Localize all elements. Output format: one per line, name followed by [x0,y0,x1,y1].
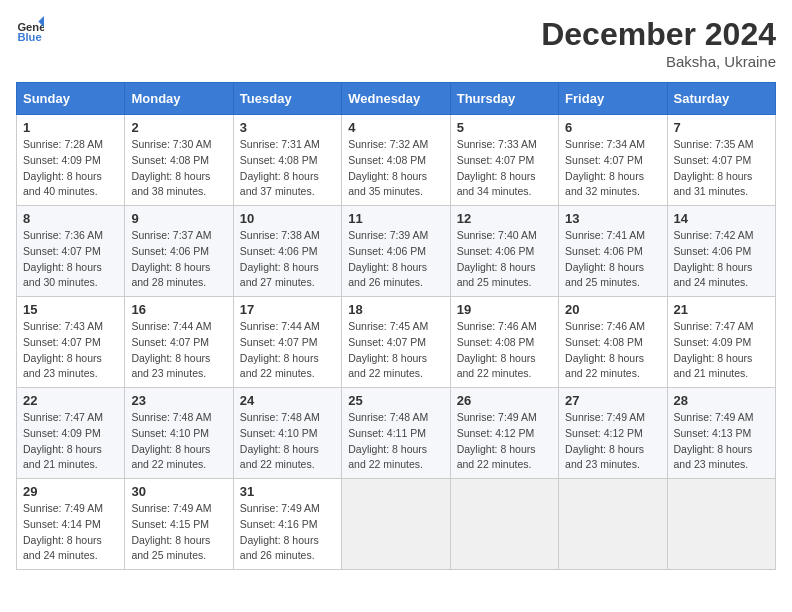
day-number: 29 [23,484,118,499]
title-area: December 2024 Baksha, Ukraine [541,16,776,70]
day-number: 20 [565,302,660,317]
cell-info: Sunrise: 7:49 AMSunset: 4:12 PMDaylight:… [457,411,537,470]
day-cell-24: 24Sunrise: 7:48 AMSunset: 4:10 PMDayligh… [233,388,341,479]
day-cell-9: 9Sunrise: 7:37 AMSunset: 4:06 PMDaylight… [125,206,233,297]
cell-info: Sunrise: 7:48 AMSunset: 4:10 PMDaylight:… [131,411,211,470]
day-number: 1 [23,120,118,135]
cell-info: Sunrise: 7:43 AMSunset: 4:07 PMDaylight:… [23,320,103,379]
day-number: 7 [674,120,769,135]
day-cell-31: 31Sunrise: 7:49 AMSunset: 4:16 PMDayligh… [233,479,341,570]
header-row: Sunday Monday Tuesday Wednesday Thursday… [17,83,776,115]
calendar-table: Sunday Monday Tuesday Wednesday Thursday… [16,82,776,570]
cell-info: Sunrise: 7:38 AMSunset: 4:06 PMDaylight:… [240,229,320,288]
day-number: 17 [240,302,335,317]
day-number: 27 [565,393,660,408]
day-cell-30: 30Sunrise: 7:49 AMSunset: 4:15 PMDayligh… [125,479,233,570]
cell-info: Sunrise: 7:37 AMSunset: 4:06 PMDaylight:… [131,229,211,288]
col-monday: Monday [125,83,233,115]
cell-info: Sunrise: 7:28 AMSunset: 4:09 PMDaylight:… [23,138,103,197]
col-tuesday: Tuesday [233,83,341,115]
day-number: 25 [348,393,443,408]
cell-info: Sunrise: 7:41 AMSunset: 4:06 PMDaylight:… [565,229,645,288]
day-number: 15 [23,302,118,317]
logo-icon: General Blue [16,16,44,44]
day-cell-2: 2Sunrise: 7:30 AMSunset: 4:08 PMDaylight… [125,115,233,206]
col-wednesday: Wednesday [342,83,450,115]
day-cell-27: 27Sunrise: 7:49 AMSunset: 4:12 PMDayligh… [559,388,667,479]
day-number: 3 [240,120,335,135]
day-cell-8: 8Sunrise: 7:36 AMSunset: 4:07 PMDaylight… [17,206,125,297]
day-cell-14: 14Sunrise: 7:42 AMSunset: 4:06 PMDayligh… [667,206,775,297]
col-saturday: Saturday [667,83,775,115]
day-number: 10 [240,211,335,226]
day-cell-15: 15Sunrise: 7:43 AMSunset: 4:07 PMDayligh… [17,297,125,388]
empty-cell [342,479,450,570]
day-number: 14 [674,211,769,226]
day-number: 31 [240,484,335,499]
day-cell-11: 11Sunrise: 7:39 AMSunset: 4:06 PMDayligh… [342,206,450,297]
day-number: 28 [674,393,769,408]
day-number: 26 [457,393,552,408]
cell-info: Sunrise: 7:44 AMSunset: 4:07 PMDaylight:… [131,320,211,379]
day-cell-4: 4Sunrise: 7:32 AMSunset: 4:08 PMDaylight… [342,115,450,206]
day-number: 2 [131,120,226,135]
day-number: 23 [131,393,226,408]
day-number: 11 [348,211,443,226]
logo: General Blue [16,16,44,44]
day-number: 9 [131,211,226,226]
cell-info: Sunrise: 7:36 AMSunset: 4:07 PMDaylight:… [23,229,103,288]
day-cell-18: 18Sunrise: 7:45 AMSunset: 4:07 PMDayligh… [342,297,450,388]
day-number: 8 [23,211,118,226]
cell-info: Sunrise: 7:48 AMSunset: 4:10 PMDaylight:… [240,411,320,470]
cell-info: Sunrise: 7:49 AMSunset: 4:15 PMDaylight:… [131,502,211,561]
day-cell-19: 19Sunrise: 7:46 AMSunset: 4:08 PMDayligh… [450,297,558,388]
day-cell-16: 16Sunrise: 7:44 AMSunset: 4:07 PMDayligh… [125,297,233,388]
cell-info: Sunrise: 7:47 AMSunset: 4:09 PMDaylight:… [674,320,754,379]
calendar-week-2: 8Sunrise: 7:36 AMSunset: 4:07 PMDaylight… [17,206,776,297]
day-number: 4 [348,120,443,135]
day-cell-17: 17Sunrise: 7:44 AMSunset: 4:07 PMDayligh… [233,297,341,388]
day-cell-23: 23Sunrise: 7:48 AMSunset: 4:10 PMDayligh… [125,388,233,479]
calendar-week-5: 29Sunrise: 7:49 AMSunset: 4:14 PMDayligh… [17,479,776,570]
col-sunday: Sunday [17,83,125,115]
col-thursday: Thursday [450,83,558,115]
day-cell-1: 1Sunrise: 7:28 AMSunset: 4:09 PMDaylight… [17,115,125,206]
cell-info: Sunrise: 7:49 AMSunset: 4:13 PMDaylight:… [674,411,754,470]
day-number: 22 [23,393,118,408]
cell-info: Sunrise: 7:35 AMSunset: 4:07 PMDaylight:… [674,138,754,197]
day-number: 5 [457,120,552,135]
cell-info: Sunrise: 7:40 AMSunset: 4:06 PMDaylight:… [457,229,537,288]
day-cell-20: 20Sunrise: 7:46 AMSunset: 4:08 PMDayligh… [559,297,667,388]
day-number: 6 [565,120,660,135]
day-number: 18 [348,302,443,317]
day-cell-29: 29Sunrise: 7:49 AMSunset: 4:14 PMDayligh… [17,479,125,570]
day-cell-22: 22Sunrise: 7:47 AMSunset: 4:09 PMDayligh… [17,388,125,479]
cell-info: Sunrise: 7:44 AMSunset: 4:07 PMDaylight:… [240,320,320,379]
cell-info: Sunrise: 7:47 AMSunset: 4:09 PMDaylight:… [23,411,103,470]
cell-info: Sunrise: 7:49 AMSunset: 4:16 PMDaylight:… [240,502,320,561]
day-number: 24 [240,393,335,408]
day-number: 30 [131,484,226,499]
empty-cell [450,479,558,570]
cell-info: Sunrise: 7:42 AMSunset: 4:06 PMDaylight:… [674,229,754,288]
cell-info: Sunrise: 7:32 AMSunset: 4:08 PMDaylight:… [348,138,428,197]
empty-cell [667,479,775,570]
day-cell-25: 25Sunrise: 7:48 AMSunset: 4:11 PMDayligh… [342,388,450,479]
svg-text:Blue: Blue [17,31,41,43]
cell-info: Sunrise: 7:49 AMSunset: 4:14 PMDaylight:… [23,502,103,561]
month-title: December 2024 [541,16,776,53]
col-friday: Friday [559,83,667,115]
day-number: 19 [457,302,552,317]
day-cell-13: 13Sunrise: 7:41 AMSunset: 4:06 PMDayligh… [559,206,667,297]
calendar-week-3: 15Sunrise: 7:43 AMSunset: 4:07 PMDayligh… [17,297,776,388]
day-number: 13 [565,211,660,226]
day-cell-12: 12Sunrise: 7:40 AMSunset: 4:06 PMDayligh… [450,206,558,297]
calendar-week-1: 1Sunrise: 7:28 AMSunset: 4:09 PMDaylight… [17,115,776,206]
cell-info: Sunrise: 7:46 AMSunset: 4:08 PMDaylight:… [565,320,645,379]
cell-info: Sunrise: 7:45 AMSunset: 4:07 PMDaylight:… [348,320,428,379]
location-title: Baksha, Ukraine [541,53,776,70]
day-cell-21: 21Sunrise: 7:47 AMSunset: 4:09 PMDayligh… [667,297,775,388]
cell-info: Sunrise: 7:48 AMSunset: 4:11 PMDaylight:… [348,411,428,470]
cell-info: Sunrise: 7:31 AMSunset: 4:08 PMDaylight:… [240,138,320,197]
day-cell-3: 3Sunrise: 7:31 AMSunset: 4:08 PMDaylight… [233,115,341,206]
